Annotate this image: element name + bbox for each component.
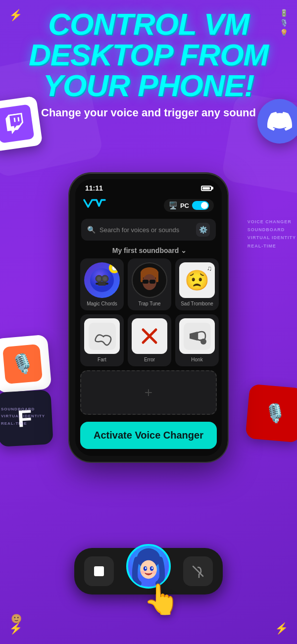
sad-trombone-label: Sad Trombone	[181, 301, 213, 306]
status-bar: 11:11	[75, 179, 222, 194]
activate-voice-changer-button[interactable]: Activate Voice Changer	[80, 422, 217, 449]
mic-card-left: 🎙️	[0, 334, 52, 393]
status-icons	[201, 186, 212, 191]
svg-point-35	[152, 571, 156, 574]
svg-rect-7	[105, 283, 108, 285]
settings-icon[interactable]: ⚙️	[196, 223, 210, 237]
clock-badge: 🕐	[109, 262, 120, 273]
soundboard-title: My first soundboard⌄	[75, 244, 222, 258]
svg-point-3	[97, 277, 101, 281]
svg-point-29	[140, 560, 157, 579]
music-note-icon: ♫	[207, 264, 212, 272]
svg-point-33	[151, 567, 153, 569]
sad-trombone-thumb: ♫ 😟	[179, 262, 215, 298]
bolt-bottom-right-icon: ⚡	[275, 622, 288, 635]
sound-item-honk[interactable]: Honk	[175, 314, 219, 366]
trap-label: Trap Tune	[138, 301, 160, 306]
hand-cursor-icon: 👆	[143, 582, 180, 617]
svg-rect-18	[149, 280, 155, 284]
stop-button[interactable]	[84, 556, 114, 586]
svg-rect-15	[156, 271, 158, 282]
sound-item-sad-trombone[interactable]: ♫ 😟 Sad Trombone	[175, 258, 219, 310]
svg-point-32	[145, 567, 147, 569]
status-time: 11:11	[85, 184, 103, 192]
app-header: 🖥️ PC	[75, 194, 222, 216]
svg-rect-6	[96, 283, 99, 285]
phone-screen: 11:11 🖥️ PC	[75, 179, 222, 456]
battery-icon	[201, 186, 212, 191]
trap-thumb	[132, 262, 167, 298]
side-labels-right: VOICE CHANGERSOUNDBOARDVIRTUAL IDENTITYR…	[248, 218, 296, 250]
phone-mockup: 11:11 🖥️ PC	[69, 173, 228, 462]
header-section: CONTROL VM DESKTOP FROM YOUR PHONE! Chan…	[0, 9, 297, 120]
svg-point-34	[141, 571, 145, 574]
svg-rect-10	[141, 271, 143, 282]
bolt-top-right-icon: 🔋 🎙️ 💡	[280, 9, 288, 37]
svg-point-36	[198, 577, 200, 578]
error-label: Error	[144, 357, 155, 362]
subtitle: Change your voice and trigger any sound	[10, 106, 287, 120]
sound-item-error[interactable]: Error	[128, 314, 171, 366]
sound-item-fart[interactable]: Fart	[80, 314, 124, 366]
search-bar[interactable]: 🔍 Search for voices or sounds ⚙️	[81, 219, 216, 241]
fart-label: Fart	[98, 357, 106, 362]
pc-badge: 🖥️ PC	[164, 199, 214, 212]
mic-icon: 🎙️	[2, 344, 42, 384]
honk-label: Honk	[191, 357, 202, 362]
error-thumb	[132, 318, 167, 354]
smile-icon: 🙂	[11, 613, 22, 624]
phone-outer: 11:11 🖥️ PC	[69, 173, 228, 462]
pc-label: PC	[180, 202, 189, 209]
bolt-top-left-icon: ⚡	[9, 9, 22, 22]
side-labels-left: SOUNDBOARDVIRTUAL IDENTITYREAL-TIME	[1, 406, 45, 427]
deaf-button[interactable]	[183, 556, 213, 586]
magic-chords-thumb: 🕐	[84, 262, 120, 298]
pc-icon: 🖥️	[169, 201, 177, 209]
svg-rect-5	[98, 282, 106, 286]
pc-toggle[interactable]	[192, 201, 209, 210]
search-placeholder: Search for voices or sounds	[99, 226, 192, 234]
svg-point-4	[103, 277, 107, 281]
sound-item-magic-chords[interactable]: 🕐 Magic Chords	[80, 258, 124, 310]
svg-rect-17	[143, 280, 148, 284]
search-icon: 🔍	[87, 226, 96, 234]
vm-logo	[83, 198, 109, 213]
add-sound-button[interactable]: +	[80, 370, 217, 415]
main-title: CONTROL VM DESKTOP FROM YOUR PHONE!	[10, 9, 287, 101]
fart-thumb	[84, 318, 120, 354]
mic-card-right: 🎙️	[245, 384, 297, 443]
honk-thumb	[179, 318, 215, 354]
sound-grid: 🕐 Magic Chords	[75, 258, 222, 370]
magic-chords-label: Magic Chords	[87, 301, 117, 306]
sound-item-trap[interactable]: Trap Tune	[128, 258, 171, 310]
